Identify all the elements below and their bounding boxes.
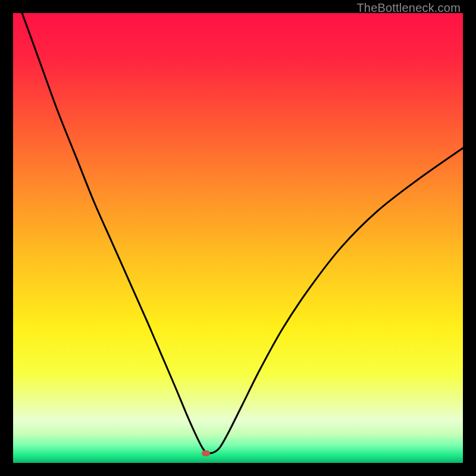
bottleneck-curve: [13, 13, 463, 463]
outer-frame: TheBottleneck.com: [0, 0, 476, 476]
plot-area: [13, 13, 463, 463]
optimum-marker: [202, 450, 210, 456]
